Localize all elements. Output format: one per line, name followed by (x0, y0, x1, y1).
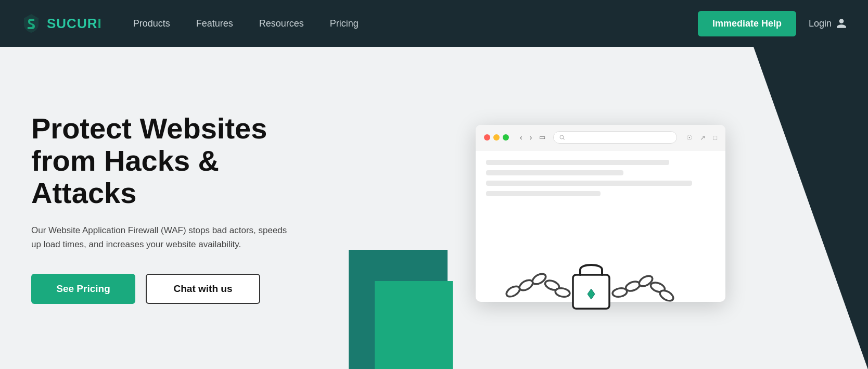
teal-block-front (375, 281, 453, 369)
nav-link-pricing[interactable]: Pricing (330, 18, 359, 29)
immediate-help-button[interactable]: Immediate Help (698, 11, 796, 36)
browser-toolbar: ‹ › ▭ ☉ ↗ □ (476, 125, 725, 150)
hero-subtext: Our Website Application Firewall (WAF) s… (31, 223, 291, 251)
login-link[interactable]: Login (809, 18, 847, 29)
nav-link-products[interactable]: Products (133, 18, 170, 29)
content-line-4 (486, 191, 601, 196)
logo-text: SUCURi (47, 16, 102, 32)
content-line-2 (486, 170, 623, 175)
hero-illustration: ‹ › ▭ ☉ ↗ □ (333, 47, 868, 369)
hero-headline: Protect Websites from Hacks & Attacks (31, 112, 312, 209)
login-label: Login (809, 18, 832, 29)
user-icon (836, 18, 847, 29)
traffic-light-red (484, 134, 490, 141)
nav-link-resources[interactable]: Resources (259, 18, 304, 29)
shield-icon: ☉ (686, 134, 693, 142)
address-bar[interactable] (553, 131, 677, 144)
lock-chain-illustration (482, 229, 680, 333)
search-icon (559, 134, 565, 141)
hero-buttons: See Pricing Chat with us (31, 274, 312, 304)
traffic-light-yellow (493, 134, 500, 141)
nav-right: Immediate Help Login (698, 11, 847, 36)
back-button[interactable]: ‹ (517, 132, 525, 143)
traffic-light-green (503, 134, 509, 141)
hero-content: Protect Websites from Hacks & Attacks Ou… (0, 47, 333, 369)
nav-links: Products Features Resources Pricing (133, 18, 698, 29)
svg-point-5 (555, 287, 570, 298)
hero-section: Protect Websites from Hacks & Attacks Ou… (0, 47, 868, 369)
logo[interactable]: SUCURi (21, 13, 102, 34)
forward-button[interactable]: › (527, 132, 535, 143)
svg-point-12 (658, 288, 675, 303)
expand-icon: □ (713, 134, 717, 142)
logo-icon (21, 13, 42, 34)
share-icon: ↗ (700, 134, 706, 142)
content-line-1 (486, 160, 669, 165)
content-line-3 (486, 181, 692, 186)
nav-link-features[interactable]: Features (196, 18, 233, 29)
navbar: SUCURi Products Features Resources Prici… (0, 0, 868, 47)
browser-nav-buttons: ‹ › ▭ (517, 132, 548, 143)
tab-button[interactable]: ▭ (537, 132, 548, 143)
chat-with-us-button[interactable]: Chat with us (146, 274, 260, 304)
traffic-lights (484, 134, 509, 141)
see-pricing-button[interactable]: See Pricing (31, 274, 135, 304)
browser-window: ‹ › ▭ ☉ ↗ □ (476, 125, 725, 302)
